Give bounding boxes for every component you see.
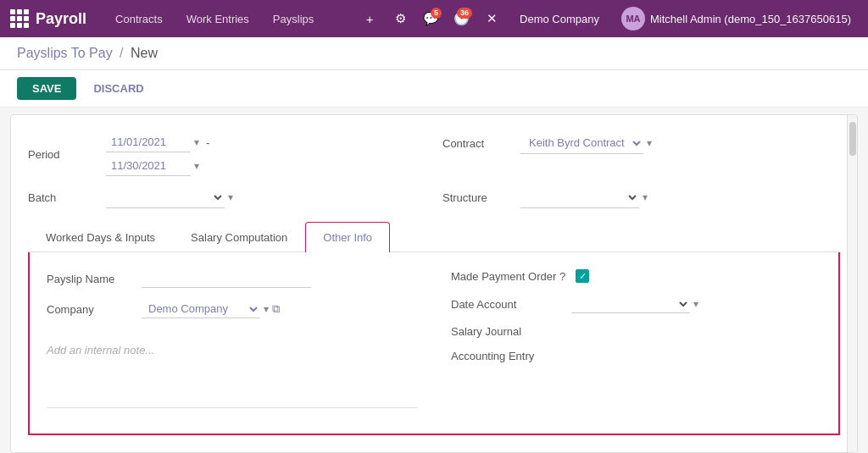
tab-worked-days[interactable]: Worked Days & Inputs bbox=[28, 222, 173, 252]
contract-label: Contract bbox=[442, 137, 510, 150]
internal-note-area: Add an internal note... bbox=[47, 335, 417, 417]
company-name: Demo Company bbox=[520, 13, 599, 25]
company-group: Company Demo Company ▾ ⧉ bbox=[47, 300, 417, 318]
structure-col: Structure ▾ bbox=[442, 186, 840, 208]
save-button[interactable]: SAVE bbox=[17, 77, 76, 100]
topnav-icons: + ⚙ 💬 5 🕐 36 ✕ bbox=[357, 6, 504, 31]
other-info-right-col: Made Payment Order ? ✓ Date Account ▾ bbox=[451, 269, 821, 417]
tabs-container: Worked Days & Inputs Salary Computation … bbox=[28, 222, 840, 252]
company-select[interactable]: Demo Company bbox=[142, 300, 260, 318]
avatar: MA bbox=[621, 7, 645, 30]
accounting-entry-group: Accounting Entry bbox=[451, 350, 821, 362]
batch-dropdown-arrow[interactable]: ▾ bbox=[228, 191, 233, 203]
period-field: ▾ - ▾ bbox=[106, 132, 213, 176]
company-dropdown-arrow[interactable]: ▾ bbox=[264, 303, 269, 315]
breadcrumb-separator: / bbox=[120, 46, 123, 60]
messages-badge: 5 bbox=[431, 8, 442, 19]
other-info-tab-content: Payslip Name Company Demo Company ▾ ⧉ bbox=[28, 252, 840, 435]
contract-dropdown-arrow[interactable]: ▾ bbox=[647, 137, 652, 149]
subheader: Payslips To Pay / New bbox=[0, 37, 868, 70]
main-content: Period ▾ - ▾ Contract bbox=[10, 114, 858, 453]
structure-dropdown-arrow[interactable]: ▾ bbox=[643, 191, 648, 203]
date-account-group: Date Account ▾ bbox=[451, 295, 821, 313]
company-select-wrap: Demo Company ▾ ⧉ bbox=[142, 300, 280, 318]
note-separator-line bbox=[47, 407, 417, 408]
breadcrumb-parent[interactable]: Payslips To Pay bbox=[17, 46, 113, 60]
period-end-dropdown[interactable]: ▾ bbox=[194, 160, 199, 172]
scrollbar-thumb[interactable] bbox=[849, 122, 856, 156]
add-button[interactable]: + bbox=[357, 6, 382, 31]
scrollbar[interactable] bbox=[847, 115, 857, 452]
tab-salary-computation[interactable]: Salary Computation bbox=[173, 222, 305, 252]
clock-icon[interactable]: 🕐 36 bbox=[448, 6, 474, 31]
company-label: Company bbox=[47, 303, 131, 316]
user-menu[interactable]: MA Mitchell Admin (demo_150_1637650615) bbox=[615, 3, 858, 34]
nav-work-entries[interactable]: Work Entries bbox=[178, 9, 258, 29]
structure-field: ▾ bbox=[520, 186, 648, 208]
made-payment-group: Made Payment Order ? ✓ bbox=[451, 269, 821, 283]
breadcrumb: Payslips To Pay / New bbox=[17, 46, 158, 61]
other-info-left-col: Payslip Name Company Demo Company ▾ ⧉ bbox=[47, 269, 417, 417]
nav-contracts[interactable]: Contracts bbox=[107, 9, 171, 29]
close-icon[interactable]: ✕ bbox=[479, 6, 504, 31]
user-name: Mitchell Admin (demo_150_1637650615) bbox=[650, 13, 851, 25]
date-account-dropdown-arrow[interactable]: ▾ bbox=[693, 298, 698, 310]
date-account-select[interactable] bbox=[571, 295, 690, 313]
tab-other-info[interactable]: Other Info bbox=[305, 222, 390, 252]
date-account-field: ▾ bbox=[571, 295, 698, 313]
batch-select[interactable] bbox=[106, 186, 225, 208]
company-selector[interactable]: Demo Company bbox=[511, 9, 608, 29]
accounting-entry-label: Accounting Entry bbox=[451, 350, 561, 362]
batch-field: ▾ bbox=[106, 186, 233, 208]
messages-icon[interactable]: 💬 5 bbox=[418, 6, 443, 31]
other-info-form-row: Payslip Name Company Demo Company ▾ ⧉ bbox=[47, 269, 821, 417]
salary-journal-group: Salary Journal bbox=[451, 325, 821, 338]
breadcrumb-current: New bbox=[131, 46, 158, 60]
app-name: Payroll bbox=[36, 10, 86, 28]
contract-select[interactable]: Keith Byrd Contract bbox=[520, 132, 643, 154]
salary-journal-label: Salary Journal bbox=[451, 325, 561, 338]
batch-col: Batch ▾ bbox=[28, 186, 426, 208]
nav-payslips[interactable]: Payslips bbox=[264, 9, 322, 29]
period-end-input[interactable] bbox=[106, 156, 191, 176]
clock-badge: 36 bbox=[457, 8, 472, 19]
structure-label: Structure bbox=[442, 191, 510, 204]
made-payment-label: Made Payment Order ? bbox=[451, 270, 565, 283]
apps-icon[interactable] bbox=[10, 9, 29, 28]
payslip-name-group: Payslip Name bbox=[47, 269, 417, 288]
internal-note-placeholder[interactable]: Add an internal note... bbox=[47, 344, 417, 356]
structure-select[interactable] bbox=[520, 186, 639, 208]
contract-col: Contract Keith Byrd Contract ▾ bbox=[442, 132, 840, 154]
batch-structure-row: Batch ▾ Structure ▾ bbox=[28, 186, 840, 208]
company-external-link-icon[interactable]: ⧉ bbox=[272, 302, 280, 316]
period-start-dropdown[interactable]: ▾ bbox=[194, 136, 199, 148]
toolbar: SAVE DISCARD bbox=[0, 70, 868, 108]
payslip-name-label: Payslip Name bbox=[47, 273, 131, 285]
period-start-input[interactable] bbox=[106, 132, 191, 152]
batch-label: Batch bbox=[28, 191, 96, 204]
made-payment-value: ✓ bbox=[576, 269, 589, 283]
payslip-name-input[interactable] bbox=[142, 269, 311, 288]
period-contract-row: Period ▾ - ▾ Contract bbox=[28, 132, 840, 176]
made-payment-checkbox[interactable]: ✓ bbox=[576, 269, 589, 283]
discard-button[interactable]: DISCARD bbox=[83, 77, 153, 100]
date-account-label: Date Account bbox=[451, 298, 561, 311]
period-label: Period bbox=[28, 148, 96, 161]
contract-field: Keith Byrd Contract ▾ bbox=[520, 132, 652, 154]
period-col: Period ▾ - ▾ bbox=[28, 132, 426, 176]
settings-icon[interactable]: ⚙ bbox=[387, 6, 413, 31]
top-navigation: Payroll Contracts Work Entries Payslips … bbox=[0, 0, 868, 37]
app-logo[interactable]: Payroll bbox=[10, 9, 86, 28]
checkmark-icon: ✓ bbox=[579, 271, 587, 282]
